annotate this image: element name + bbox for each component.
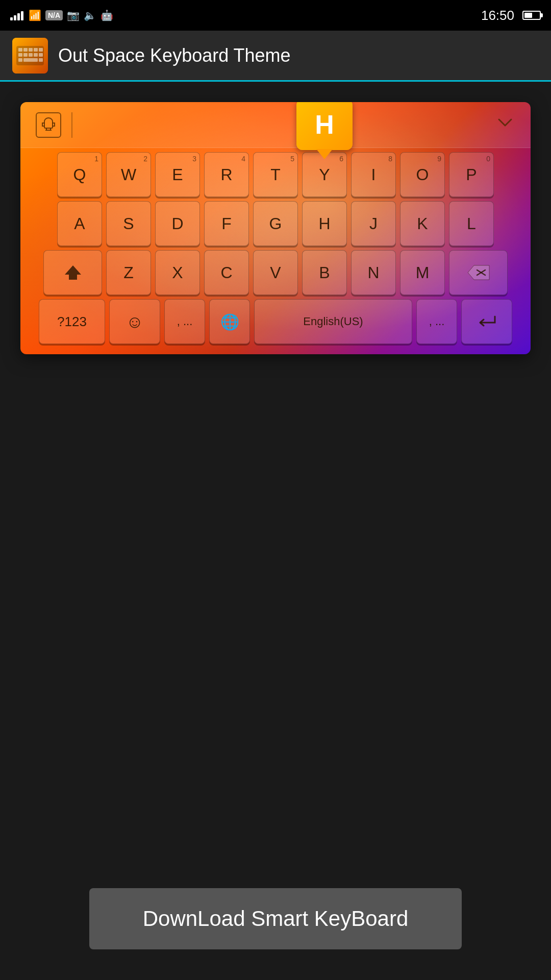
svg-rect-10 bbox=[34, 53, 38, 57]
main-content: 1Q 2W 3E 4R 5T 6Y bbox=[0, 82, 551, 980]
svg-rect-8 bbox=[23, 53, 28, 57]
key-p[interactable]: 0P bbox=[449, 152, 494, 197]
key-e[interactable]: 3E bbox=[155, 152, 200, 197]
battery-icon bbox=[522, 11, 541, 20]
key-t[interactable]: 5T bbox=[253, 152, 298, 197]
key-space[interactable]: English(US) bbox=[254, 299, 412, 344]
app-header: Out Space Keyboard Theme bbox=[0, 31, 551, 82]
download-button-label: DownLoad Smart KeyBoard bbox=[143, 906, 409, 931]
svg-marker-15 bbox=[65, 265, 81, 280]
wifi-icon: 📶 bbox=[29, 9, 41, 21]
key-c[interactable]: C bbox=[204, 250, 249, 295]
key-q[interactable]: 1Q bbox=[57, 152, 102, 197]
key-comma2[interactable]: , ... bbox=[416, 299, 457, 344]
toolbar-divider bbox=[71, 112, 72, 138]
key-b[interactable]: B bbox=[302, 250, 347, 295]
key-s[interactable]: S bbox=[106, 201, 151, 246]
svg-rect-7 bbox=[18, 53, 22, 57]
key-a[interactable]: A bbox=[57, 201, 102, 246]
key-m[interactable]: M bbox=[400, 250, 445, 295]
key-r[interactable]: 4R bbox=[204, 152, 249, 197]
key-k[interactable]: K bbox=[400, 201, 445, 246]
key-z[interactable]: Z bbox=[106, 250, 151, 295]
clock: 16:50 bbox=[481, 8, 514, 23]
status-right: 16:50 bbox=[481, 8, 541, 23]
key-row-4: ?123 ☺ , ... 🌐 English(US) , ... bbox=[27, 299, 524, 344]
status-left: 📶 N/A 📷 🔈 🤖 bbox=[10, 9, 113, 21]
svg-rect-5 bbox=[34, 48, 38, 52]
key-globe[interactable]: 🌐 bbox=[209, 299, 250, 344]
key-v[interactable]: V bbox=[253, 250, 298, 295]
status-icons: 📶 N/A 📷 🔈 🤖 bbox=[29, 9, 113, 21]
download-button[interactable]: DownLoad Smart KeyBoard bbox=[89, 888, 462, 949]
svg-rect-3 bbox=[23, 48, 28, 52]
key-row-1: 1Q 2W 3E 4R 5T 6Y bbox=[27, 152, 524, 197]
app-title: Out Space Keyboard Theme bbox=[58, 45, 291, 66]
keyboard-toolbar bbox=[20, 102, 531, 148]
chevron-down-icon[interactable] bbox=[495, 112, 515, 137]
key-x[interactable]: X bbox=[155, 250, 200, 295]
key-j[interactable]: J bbox=[351, 201, 396, 246]
signal-icon bbox=[10, 10, 23, 20]
key-o[interactable]: 9O bbox=[400, 152, 445, 197]
svg-rect-11 bbox=[39, 53, 43, 57]
key-n[interactable]: N bbox=[351, 250, 396, 295]
svg-rect-4 bbox=[29, 48, 33, 52]
key-enter[interactable] bbox=[461, 299, 512, 344]
key-l[interactable]: L bbox=[449, 201, 494, 246]
svg-rect-9 bbox=[29, 53, 33, 57]
key-i[interactable]: 8I bbox=[351, 152, 396, 197]
status-bar: 📶 N/A 📷 🔈 🤖 16:50 bbox=[0, 0, 551, 31]
key-g[interactable]: G bbox=[253, 201, 298, 246]
image-icon: 📷 bbox=[67, 9, 80, 21]
key-row-3: Z X C V B N M bbox=[27, 250, 524, 295]
h-key-popup: H bbox=[296, 102, 353, 150]
svg-rect-14 bbox=[39, 58, 43, 62]
app-icon bbox=[12, 38, 48, 74]
key-d[interactable]: D bbox=[155, 201, 200, 246]
theme-icon[interactable] bbox=[36, 112, 61, 138]
key-comma[interactable]: , ... bbox=[164, 299, 205, 344]
key-w[interactable]: 2W bbox=[106, 152, 151, 197]
svg-rect-2 bbox=[18, 48, 22, 52]
svg-rect-6 bbox=[39, 48, 43, 52]
key-f[interactable]: F bbox=[204, 201, 249, 246]
key-h[interactable]: H bbox=[302, 201, 347, 246]
key-y[interactable]: 6Y H bbox=[302, 152, 347, 197]
key-emoji[interactable]: ☺ bbox=[109, 299, 160, 344]
key-numbers[interactable]: ?123 bbox=[39, 299, 105, 344]
audio-icon: 🔈 bbox=[84, 9, 96, 21]
na-badge: N/A bbox=[45, 10, 63, 20]
keyboard-preview: 1Q 2W 3E 4R 5T 6Y bbox=[20, 102, 531, 354]
svg-rect-13 bbox=[23, 58, 38, 62]
toolbar-left bbox=[36, 112, 72, 138]
key-shift[interactable] bbox=[43, 250, 102, 295]
svg-rect-12 bbox=[18, 58, 22, 62]
key-row-2: A S D F G H J K L bbox=[27, 201, 524, 246]
key-backspace[interactable] bbox=[449, 250, 508, 295]
android-icon: 🤖 bbox=[101, 9, 113, 21]
